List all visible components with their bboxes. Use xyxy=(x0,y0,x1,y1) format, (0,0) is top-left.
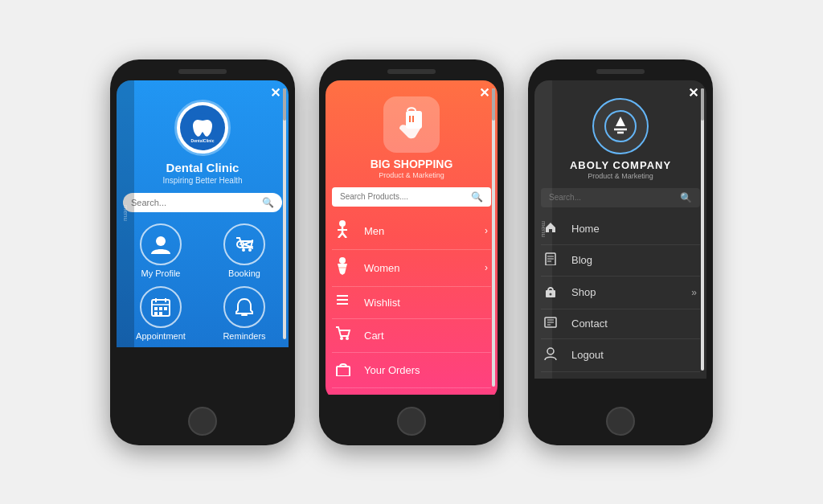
sidebar-strip-3: menu xyxy=(534,80,552,379)
nav-item3-shop[interactable]: Shop » xyxy=(541,277,700,309)
my-profile-label: My Profile xyxy=(141,268,181,278)
home-button-1[interactable] xyxy=(188,407,217,436)
profile-icon xyxy=(140,223,182,265)
nav-item-men[interactable]: Men › xyxy=(332,213,491,250)
cart-icon xyxy=(335,326,358,345)
search-bar-1[interactable]: 🔍 xyxy=(123,193,282,212)
nav-list-2: Men › Women › xyxy=(332,213,491,388)
scrollbar-1[interactable] xyxy=(283,88,286,339)
big-shopping-screen: ✕ BIG SHOPPI xyxy=(326,80,497,395)
clinic-name: Dental Clinic xyxy=(166,161,240,174)
svg-rect-18 xyxy=(154,312,158,315)
women-chevron: › xyxy=(485,262,488,273)
aboly-logo-svg xyxy=(604,110,637,142)
clinic-tagline: Inspiring Better Health xyxy=(163,176,243,185)
men-chevron: › xyxy=(485,225,488,236)
phone-screen-1: menu ✕ DentalClinic xyxy=(117,80,289,400)
wishlist-svg xyxy=(335,294,350,307)
search-bar-2[interactable]: 🔍 xyxy=(332,187,491,207)
svg-point-29 xyxy=(339,257,346,264)
reminders-label: Reminders xyxy=(223,331,265,341)
menu-item-my-profile[interactable]: My Profile xyxy=(123,223,199,278)
booking-icon xyxy=(223,223,265,265)
aboly-screen: menu ✕ ABOLY COM xyxy=(534,80,706,379)
home-button-2[interactable] xyxy=(397,407,426,436)
phone-3: menu ✕ ABOLY COM xyxy=(528,59,713,445)
svg-point-10 xyxy=(248,248,252,252)
profile-svg xyxy=(149,233,172,256)
phone-1: menu ✕ DentalClinic xyxy=(110,59,295,445)
men-icon xyxy=(335,220,358,242)
search-icon-3: 🔍 xyxy=(680,192,692,203)
scrollbar-thumb-3[interactable] xyxy=(701,88,704,121)
menu-grid-1: My Profile xyxy=(123,223,282,341)
scrollbar-thumb-1[interactable] xyxy=(283,88,286,121)
phone-screen-3: menu ✕ ABOLY COM xyxy=(534,80,706,400)
dental-clinic-screen: menu ✕ DentalClinic xyxy=(117,80,289,347)
nav-item3-home[interactable]: Home xyxy=(541,214,700,245)
dental-logo: DentalClinic xyxy=(174,100,231,156)
svg-point-2 xyxy=(156,236,166,246)
shop-chevron: » xyxy=(691,287,697,298)
svg-point-24 xyxy=(339,220,346,227)
search-input-1[interactable] xyxy=(131,198,262,207)
women-label: Women xyxy=(364,262,485,274)
men-label: Men xyxy=(364,225,485,237)
nav-item-cart[interactable]: Cart xyxy=(332,319,491,353)
aboly-logo xyxy=(592,98,649,154)
nav-item3-contact[interactable]: Contact xyxy=(541,309,700,339)
svg-rect-36 xyxy=(337,367,350,376)
wishlist-icon xyxy=(335,294,358,311)
shop-label: Shop xyxy=(571,286,691,298)
home-label: Home xyxy=(571,223,697,235)
sidebar-strip-label-3: menu xyxy=(540,221,547,237)
svg-line-28 xyxy=(342,233,346,238)
scrollbar-3[interactable] xyxy=(701,88,704,371)
blog-label: Blog xyxy=(571,254,697,266)
svg-text:DentalClinic: DentalClinic xyxy=(191,138,215,143)
appointment-icon xyxy=(140,286,182,328)
wishlist-label: Wishlist xyxy=(364,297,488,309)
nav-item3-logout[interactable]: Logout xyxy=(541,339,700,372)
sidebar-strip-label: menu xyxy=(122,205,129,221)
dental-logo-inner: DentalClinic xyxy=(180,105,225,150)
scrollbar-2[interactable] xyxy=(492,88,495,387)
menu-item-booking[interactable]: Booking xyxy=(207,223,282,278)
shopping-name: BIG SHOPPING xyxy=(371,158,453,170)
svg-rect-19 xyxy=(159,312,162,315)
shopping-logo xyxy=(383,96,440,153)
nav-item-wishlist[interactable]: Wishlist xyxy=(332,287,491,319)
women-figure-svg xyxy=(335,257,350,275)
booking-label: Booking xyxy=(228,268,260,278)
men-figure-svg xyxy=(335,220,350,238)
search-input-2[interactable] xyxy=(340,192,471,201)
nav-item-women[interactable]: Women › xyxy=(332,250,491,287)
home-button-3[interactable] xyxy=(606,407,635,436)
phone-screen-2: ✕ BIG SHOPPI xyxy=(326,80,497,400)
appointment-svg xyxy=(149,296,172,318)
close-button-1[interactable]: ✕ xyxy=(270,85,280,100)
sidebar-strip-1: menu xyxy=(117,80,134,347)
svg-rect-15 xyxy=(154,307,158,310)
svg-point-35 xyxy=(346,337,349,340)
search-icon-2: 🔍 xyxy=(471,191,483,203)
shopping-tagline: Product & Marketing xyxy=(379,171,444,179)
search-bar-3[interactable]: 🔍 xyxy=(541,188,700,207)
svg-point-9 xyxy=(242,248,245,252)
nav-item3-blog[interactable]: Blog xyxy=(541,245,700,277)
cart-svg xyxy=(335,326,351,341)
close-button-3[interactable]: ✕ xyxy=(688,85,698,100)
orders-svg xyxy=(335,360,351,376)
search-input-3[interactable] xyxy=(549,193,680,202)
women-icon xyxy=(335,257,358,279)
close-button-2[interactable]: ✕ xyxy=(479,85,489,100)
scrollbar-thumb-2[interactable] xyxy=(492,88,495,121)
svg-rect-22 xyxy=(409,116,411,122)
svg-rect-17 xyxy=(164,307,167,310)
contact-label: Contact xyxy=(571,318,697,330)
menu-item-appointment[interactable]: Appointment xyxy=(123,286,199,341)
svg-rect-16 xyxy=(159,307,162,310)
menu-item-reminders[interactable]: Reminders xyxy=(207,286,282,341)
nav-item-your-orders[interactable]: Your Orders xyxy=(332,353,491,388)
tooth-icon: DentalClinic xyxy=(186,112,219,144)
